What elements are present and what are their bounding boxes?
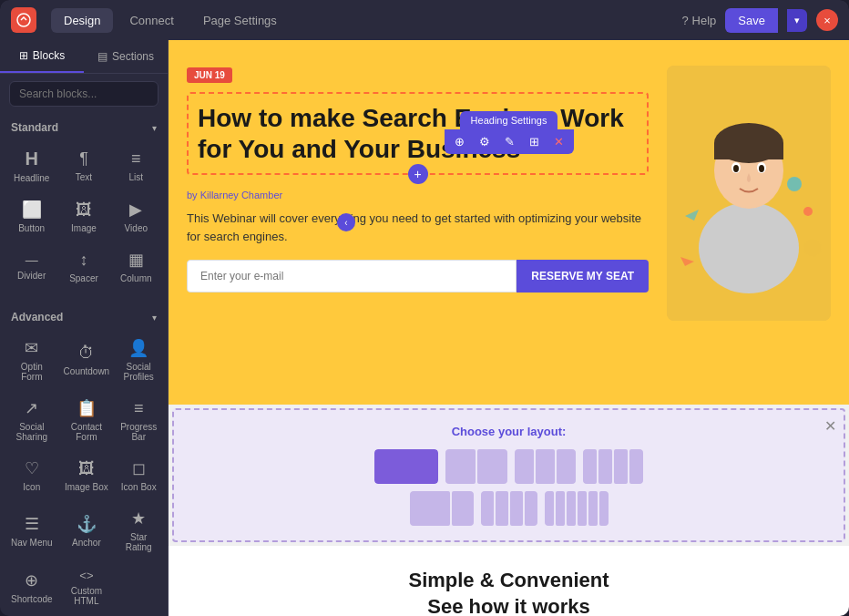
- layout-close-button[interactable]: ✕: [824, 417, 836, 435]
- layout-title: Choose your layout:: [192, 425, 825, 438]
- toolbar-edit-icon[interactable]: ✎: [498, 131, 521, 152]
- bottom-heading-line1: Simple & Convenient: [190, 568, 827, 594]
- layout-row-1: Full Width: [374, 449, 643, 484]
- svg-point-2: [699, 202, 799, 293]
- advanced-blocks-grid: ✉ Optin Form ⏱ Countdown 👤 Social Profil…: [0, 327, 168, 616]
- email-input[interactable]: [187, 260, 517, 293]
- block-optin-form[interactable]: ✉ Optin Form: [7, 331, 56, 387]
- block-icon-label: Icon: [23, 482, 40, 492]
- block-image-label: Image: [71, 223, 97, 233]
- block-nav-menu[interactable]: ☰ Nav Menu: [7, 501, 56, 558]
- block-star-rating[interactable]: ★ Star Rating: [117, 501, 160, 558]
- standard-section-title: Standard: [11, 121, 58, 134]
- block-shortcode[interactable]: ⊕ Shortcode: [7, 561, 56, 611]
- save-dropdown-button[interactable]: ▾: [787, 9, 807, 32]
- block-column[interactable]: ▦ Column: [112, 242, 160, 289]
- social-sharing-icon: ↗: [25, 398, 38, 418]
- toolbar-layout-icon[interactable]: ⊞: [523, 131, 546, 152]
- heading-settings-label: Heading Settings: [460, 111, 558, 129]
- tab-sections[interactable]: ▤ Sections: [84, 40, 168, 73]
- layout-3col[interactable]: [515, 449, 576, 484]
- tab-connect[interactable]: Connect: [117, 8, 186, 33]
- advanced-chevron-icon: ▾: [152, 313, 157, 323]
- block-countdown[interactable]: ⏱ Countdown: [60, 331, 114, 387]
- hero-content: JUN 19 How to make Search Engines Work f…: [187, 66, 831, 321]
- save-button[interactable]: Save: [725, 8, 778, 33]
- block-nav-menu-label: Nav Menu: [11, 538, 53, 548]
- anchor-icon: ⚓: [77, 514, 97, 534]
- icon-box-icon: ◻: [132, 458, 146, 478]
- tab-blocks[interactable]: ⊞ Blocks: [0, 40, 84, 73]
- layout-4col-alt[interactable]: [545, 491, 609, 526]
- block-custom-html-label: Custom HTML: [64, 586, 110, 606]
- toolbar-add-icon[interactable]: ⊕: [448, 131, 471, 152]
- block-progress-bar[interactable]: ≡ Progress Bar: [117, 391, 160, 447]
- block-divider[interactable]: — Divider: [7, 242, 56, 289]
- layout-4col[interactable]: [583, 449, 643, 484]
- nav-menu-icon: ☰: [25, 514, 39, 534]
- layout-2col-unequal[interactable]: [410, 491, 474, 526]
- block-button[interactable]: ⬜ Button: [7, 192, 56, 239]
- block-custom-html[interactable]: <> Custom HTML: [60, 561, 114, 611]
- block-icon-box[interactable]: ◻ Icon Box: [117, 451, 160, 498]
- topbar: Design Connect Page Settings ? Help Save…: [0, 0, 849, 40]
- block-headline[interactable]: H Headline: [7, 141, 56, 189]
- layout-options: Full Width: [192, 449, 825, 526]
- layout-2col[interactable]: [445, 449, 507, 484]
- block-image-box-label: Image Box: [65, 482, 108, 492]
- reserve-button[interactable]: RESERVE MY SEAT: [517, 260, 649, 293]
- block-contact-form-label: Contact Form: [64, 422, 110, 442]
- block-social-sharing-label: Social Sharing: [11, 422, 53, 442]
- block-spacer[interactable]: ↕ Spacer: [59, 242, 107, 289]
- layout-full-width[interactable]: Full Width: [374, 449, 438, 484]
- contact-form-icon: 📋: [77, 398, 97, 418]
- svg-point-9: [759, 165, 764, 172]
- svg-point-11: [803, 207, 813, 216]
- block-countdown-label: Countdown: [64, 366, 110, 376]
- search-input[interactable]: [9, 81, 159, 107]
- text-icon: ¶: [79, 149, 88, 169]
- social-profiles-icon: 👤: [128, 338, 148, 358]
- hero-text: JUN 19 How to make Search Engines Work f…: [187, 66, 649, 293]
- block-image[interactable]: 🖼 Image: [59, 192, 107, 239]
- block-text[interactable]: ¶ Text: [59, 141, 107, 189]
- blocks-grid-icon: ⊞: [19, 49, 28, 62]
- hero-image: [667, 66, 831, 321]
- block-image-box[interactable]: 🖼 Image Box: [60, 451, 114, 498]
- svg-point-10: [787, 177, 802, 191]
- layout-3col-unequal[interactable]: [481, 491, 537, 526]
- tab-design[interactable]: Design: [51, 8, 113, 33]
- advanced-section-header: Advanced ▾: [0, 303, 168, 327]
- toolbar-settings-icon[interactable]: ⚙: [473, 131, 496, 152]
- help-icon: ?: [681, 14, 688, 27]
- block-social-profiles[interactable]: 👤 Social Profiles: [117, 331, 160, 387]
- block-list[interactable]: ≡ List: [112, 141, 160, 189]
- block-video[interactable]: ▶ Video: [112, 192, 160, 239]
- block-icon-box-label: Icon Box: [121, 482, 157, 492]
- icon-block-icon: ♡: [25, 458, 39, 478]
- canvas: ‹ Heading Settings ⊕ ⚙ ✎ ⊞ ✕ JUN 19 How …: [169, 40, 849, 616]
- topbar-right: ? Help Save ▾ ×: [681, 8, 838, 33]
- block-divider-label: Divider: [17, 271, 46, 281]
- tab-page-settings[interactable]: Page Settings: [190, 8, 290, 33]
- layout-row-2: [410, 491, 609, 526]
- heading-add-icon[interactable]: +: [408, 164, 428, 184]
- help-button[interactable]: ? Help: [681, 14, 716, 27]
- svg-point-8: [733, 165, 739, 172]
- sidebar: ⊞ Blocks ▤ Sections Standard ▾ H Headlin…: [0, 40, 169, 616]
- sections-tab-label: Sections: [112, 50, 154, 63]
- block-social-sharing[interactable]: ↗ Social Sharing: [7, 391, 56, 447]
- block-icon[interactable]: ♡ Icon: [7, 451, 56, 498]
- custom-html-icon: <>: [79, 569, 93, 582]
- sidebar-collapse-handle[interactable]: ‹: [337, 213, 355, 231]
- block-contact-form[interactable]: 📋 Contact Form: [60, 391, 114, 447]
- image-icon: 🖼: [76, 200, 92, 220]
- close-button[interactable]: ×: [816, 9, 838, 31]
- hero-author: by Killarney Chamber: [187, 190, 649, 200]
- block-anchor[interactable]: ⚓ Anchor: [60, 501, 114, 558]
- toolbar-delete-icon[interactable]: ✕: [547, 131, 570, 152]
- heading-settings-popup: Heading Settings ⊕ ⚙ ✎ ⊞ ✕: [445, 111, 574, 154]
- main-layout: ⊞ Blocks ▤ Sections Standard ▾ H Headlin…: [0, 40, 849, 616]
- layout-picker-section: ✕ Choose your layout: Full Width: [172, 408, 845, 542]
- block-anchor-label: Anchor: [72, 538, 101, 548]
